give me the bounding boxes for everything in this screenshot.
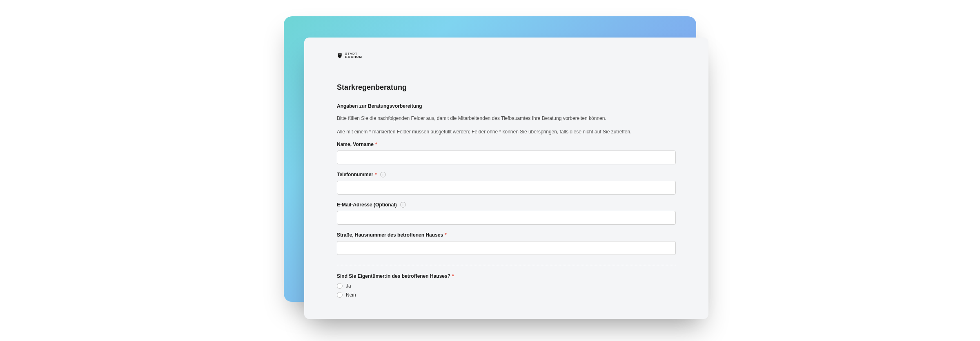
form-title: Starkregenberatung xyxy=(337,83,676,92)
field-email-group: E-Mail-Adresse (Optional) i xyxy=(337,202,676,225)
address-label: Straße, Hausnummer des betroffenen Hause… xyxy=(337,232,443,238)
owner-radio-no[interactable] xyxy=(337,292,343,298)
address-input[interactable] xyxy=(337,241,676,255)
description-2: Alle mit einem * markierten Felder müsse… xyxy=(337,128,676,136)
svg-rect-0 xyxy=(339,55,341,55)
city-crest-icon xyxy=(337,53,343,58)
owner-radio-yes-label: Ja xyxy=(346,283,351,289)
name-label: Name, Vorname xyxy=(337,142,374,147)
info-icon[interactable]: i xyxy=(380,172,386,177)
field-name-group: Name, Vorname * xyxy=(337,142,676,164)
email-input[interactable] xyxy=(337,211,676,225)
info-icon[interactable]: i xyxy=(400,202,406,208)
owner-radio-no-label: Nein xyxy=(346,292,356,298)
required-indicator: * xyxy=(375,142,377,147)
required-indicator: * xyxy=(445,232,447,238)
email-label: E-Mail-Adresse (Optional) xyxy=(337,202,397,208)
owner-label: Sind Sie Eigentümer:in des betroffenen H… xyxy=(337,273,450,279)
required-indicator: * xyxy=(452,273,454,279)
phone-input[interactable] xyxy=(337,181,676,195)
logo-line2: BOCHUM xyxy=(345,55,362,59)
owner-radio-yes[interactable] xyxy=(337,283,343,289)
owner-option-no[interactable]: Nein xyxy=(337,292,676,298)
field-owner-group: Sind Sie Eigentümer:in des betroffenen H… xyxy=(337,273,676,298)
description-1: Bitte füllen Sie die nachfolgenden Felde… xyxy=(337,115,676,122)
owner-option-yes[interactable]: Ja xyxy=(337,283,676,289)
name-input[interactable] xyxy=(337,151,676,164)
field-address-group: Straße, Hausnummer des betroffenen Hause… xyxy=(337,232,676,255)
field-phone-group: Telefonnummer * i xyxy=(337,172,676,195)
section-title: Angaben zur Beratungsvorbereitung xyxy=(337,103,676,109)
form-panel: STADT BOCHUM Starkregenberatung Angaben … xyxy=(304,38,708,319)
section-divider xyxy=(337,265,676,265)
logo: STADT BOCHUM xyxy=(337,52,676,59)
required-indicator: * xyxy=(375,172,377,177)
phone-label: Telefonnummer xyxy=(337,172,373,177)
